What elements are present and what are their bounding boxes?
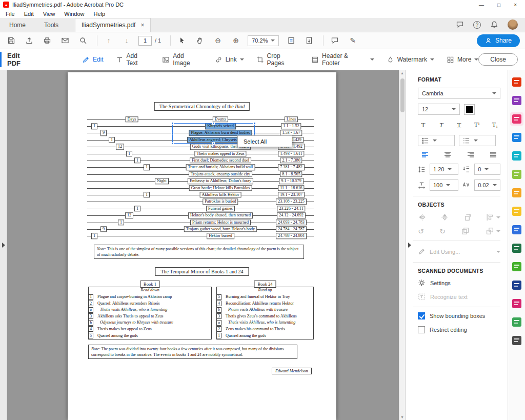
rail-tool-button[interactable] bbox=[510, 75, 523, 89]
menu-item[interactable]: Help bbox=[89, 11, 110, 17]
day-box[interactable]: 9 bbox=[100, 226, 107, 232]
rail-tool-button[interactable] bbox=[510, 334, 523, 347]
document-tab[interactable]: IliadSymmetries.pdf × bbox=[75, 18, 151, 32]
book-row[interactable]: 1 Quarrel among the gods bbox=[217, 333, 313, 339]
mirror-title[interactable]: The Temporal Mirror of Books 1 and 24 bbox=[155, 267, 249, 276]
event-box[interactable]: First duel; Diomedes; second duel bbox=[190, 157, 251, 163]
vertical-scrollbar[interactable]: ▲ ▼ bbox=[399, 70, 405, 420]
crop-pages-button[interactable]: Crop Pages bbox=[256, 52, 299, 67]
menu-item[interactable]: View bbox=[38, 11, 60, 17]
events-header[interactable]: Events bbox=[213, 116, 228, 122]
notifications-bell-icon[interactable] bbox=[490, 21, 498, 29]
book-row[interactable]: a Thetis visits Akhilleus, who is lament… bbox=[217, 319, 313, 326]
rail-tool-button[interactable] bbox=[510, 242, 523, 255]
lines-box[interactable]: 24.788 - 24.804 bbox=[276, 233, 307, 239]
lines-box[interactable]: 1.493 - 1.611 bbox=[278, 151, 304, 156]
rail-tool-button[interactable] bbox=[510, 223, 523, 236]
align-left-icon[interactable] bbox=[421, 151, 429, 159]
zoom-in-icon[interactable]: ⊕ bbox=[230, 34, 242, 47]
text-style-button[interactable]: T bbox=[418, 119, 429, 130]
book-row[interactable]: 3 Thetis gives Zeus's command to Akhille… bbox=[217, 313, 313, 320]
book-row[interactable]: 1 Plague and corpse-burning in Akhaian c… bbox=[89, 294, 211, 301]
minimize-button[interactable]: — bbox=[479, 2, 484, 8]
book-row[interactable]: a Thetis visits Akhilleus, who is lament… bbox=[89, 307, 211, 313]
event-box[interactable]: Great battle; Hektor kills Patroklos bbox=[189, 185, 252, 191]
maximize-button[interactable]: □ bbox=[497, 2, 500, 8]
align-center-icon[interactable] bbox=[443, 151, 452, 159]
replace-image-icon[interactable] bbox=[461, 227, 470, 235]
text-style-button[interactable]: T¹ bbox=[472, 119, 482, 130]
previous-page-icon[interactable]: ↑ bbox=[103, 34, 115, 47]
add-text-button[interactable]: Add Text bbox=[116, 52, 150, 67]
tab-home[interactable]: Home bbox=[0, 18, 35, 32]
rail-tool-button[interactable] bbox=[510, 315, 523, 329]
recognize-text-button[interactable]: Recognize text bbox=[418, 293, 500, 301]
comment-tool-icon[interactable] bbox=[329, 34, 341, 47]
align-objects-select[interactable] bbox=[486, 213, 500, 222]
edit-tool-button[interactable]: Edit bbox=[82, 56, 104, 64]
rail-tool-button[interactable] bbox=[510, 297, 523, 310]
event-box[interactable]: Akhilleus kills Hektor bbox=[200, 192, 241, 197]
font-color-swatch[interactable] bbox=[464, 104, 475, 115]
book-row[interactable]: b Odysseus journeys to Khryses with trea… bbox=[89, 319, 211, 326]
add-image-button[interactable]: Add Image bbox=[162, 52, 202, 67]
watermark-button[interactable]: Watermark bbox=[387, 56, 434, 64]
book-row[interactable]: 4 Reconciliation: Akhilleus returns Hekt… bbox=[217, 301, 313, 307]
book-row[interactable]: 5 Quarrel among the gods bbox=[89, 333, 211, 339]
checkbox-checked-icon[interactable] bbox=[418, 312, 425, 319]
account-avatar[interactable] bbox=[508, 19, 518, 30]
book1-header[interactable]: Book 1 bbox=[140, 281, 160, 288]
rail-tool-button[interactable] bbox=[510, 260, 523, 273]
character-spacing-select[interactable]: 0.02 bbox=[474, 179, 500, 191]
page-number-input[interactable] bbox=[138, 36, 152, 46]
lines-box[interactable]: 24.12 - 24.692 bbox=[277, 212, 306, 218]
event-box[interactable]: Hektor's body abused, then returned bbox=[188, 212, 253, 218]
show-bounding-boxes-option[interactable]: Show bounding boxes bbox=[418, 312, 500, 319]
chronology-title[interactable]: The Symmetrical Chronology of the Iliad bbox=[154, 102, 250, 111]
context-menu-select-all[interactable]: Select All bbox=[238, 136, 292, 147]
day-box[interactable]: Night bbox=[155, 178, 169, 184]
event-box[interactable]: Embassy to Akhilleus; Dolon's foray bbox=[188, 178, 253, 184]
collapse-panel-icon[interactable] bbox=[408, 243, 411, 248]
lines-box[interactable]: 19.1 - 23.107 bbox=[278, 192, 305, 197]
upload-icon[interactable] bbox=[23, 34, 35, 47]
more-button[interactable]: More bbox=[447, 56, 478, 64]
lines-box[interactable]: 24.784 - 24.787 bbox=[276, 226, 307, 232]
lines-box[interactable]: 9.1 - 10.579 bbox=[279, 178, 304, 184]
close-window-button[interactable]: × bbox=[514, 2, 517, 8]
day-box[interactable]: 1 bbox=[91, 123, 97, 129]
scrolling-mode-icon[interactable] bbox=[303, 34, 315, 47]
menu-item[interactable]: File bbox=[1, 11, 19, 17]
rail-tool-button[interactable] bbox=[510, 205, 523, 218]
rotate-ccw-icon[interactable]: ↺ bbox=[418, 227, 424, 235]
line-spacing-select[interactable]: 1.20 bbox=[430, 164, 458, 175]
checkbox-unchecked-icon[interactable] bbox=[418, 326, 425, 333]
scroll-down-icon[interactable]: ▼ bbox=[399, 415, 405, 419]
days-header[interactable]: Days bbox=[126, 116, 138, 122]
event-box[interactable]: Khryseis seized bbox=[205, 123, 236, 129]
day-box[interactable]: 1 bbox=[118, 219, 124, 225]
event-box[interactable]: Funeral games bbox=[206, 206, 235, 211]
print-icon[interactable] bbox=[41, 34, 53, 47]
day-box[interactable]: 1 bbox=[126, 151, 132, 156]
day-box[interactable]: 1 bbox=[134, 157, 140, 163]
book-row[interactable]: 5 Burning and funeral of Hektor in Troy bbox=[217, 294, 313, 301]
select-tool-icon[interactable] bbox=[176, 34, 188, 47]
link-button[interactable]: Link bbox=[215, 56, 244, 64]
close-edit-button[interactable]: Close bbox=[478, 53, 518, 66]
email-icon[interactable] bbox=[59, 34, 71, 47]
lines-box[interactable]: 7.381 - 7.482 bbox=[278, 165, 305, 170]
author-signature[interactable]: Edward Mendelson bbox=[272, 368, 312, 374]
rail-tool-button[interactable] bbox=[510, 186, 523, 199]
rotate-cw-icon[interactable]: ↻ bbox=[439, 227, 446, 235]
event-box[interactable]: Thetis makes appeal to Zeus bbox=[194, 151, 246, 156]
day-box[interactable]: 1 bbox=[91, 233, 97, 239]
horizontal-scale-select[interactable]: 100 bbox=[430, 179, 458, 191]
event-box[interactable]: Truce and burials; Akhaians build wall bbox=[186, 165, 255, 170]
lines-header[interactable]: Lines bbox=[285, 116, 298, 122]
align-right-icon[interactable] bbox=[467, 151, 475, 159]
search-icon[interactable] bbox=[77, 34, 89, 47]
scan-settings-button[interactable]: Settings bbox=[418, 279, 500, 287]
day-box[interactable]: 9 bbox=[100, 130, 107, 136]
event-box[interactable]: Trojans gather wood, burn Hektor's body bbox=[184, 226, 257, 232]
